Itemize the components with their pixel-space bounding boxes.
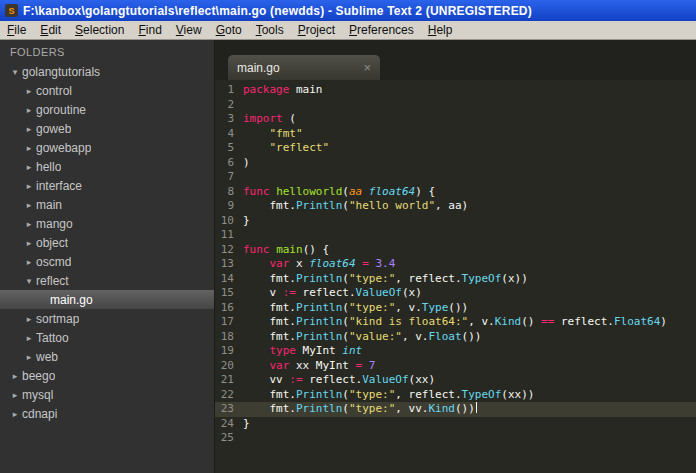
code-line-15[interactable]: 15 v := reflect.ValueOf(x) — [215, 286, 696, 301]
sidebar-item-hello[interactable]: ▸hello — [0, 157, 214, 176]
triangle-collapsed-icon[interactable]: ▸ — [22, 314, 36, 324]
code-line-13[interactable]: 13 var x float64 = 3.4 — [215, 257, 696, 272]
sidebar-item-oscmd[interactable]: ▸oscmd — [0, 252, 214, 271]
triangle-collapsed-icon[interactable]: ▸ — [22, 181, 36, 191]
triangle-collapsed-icon[interactable]: ▸ — [22, 200, 36, 210]
line-number: 25 — [215, 431, 243, 446]
title-bar[interactable]: S F:\kanbox\golangtutorials\reflect\main… — [0, 0, 696, 21]
menu-goto[interactable]: Goto — [209, 21, 249, 39]
triangle-collapsed-icon[interactable]: ▸ — [22, 162, 36, 172]
code-line-18[interactable]: 18 fmt.Println("value:", v.Float()) — [215, 330, 696, 345]
line-number: 12 — [215, 243, 243, 258]
sidebar-item-sortmap[interactable]: ▸sortmap — [0, 309, 214, 328]
triangle-collapsed-icon[interactable]: ▸ — [22, 333, 36, 343]
code-line-23[interactable]: 23 fmt.Println("type:", vv.Kind()) — [215, 402, 696, 417]
triangle-collapsed-icon[interactable]: ▸ — [22, 105, 36, 115]
tab-close-icon[interactable]: × — [363, 61, 371, 74]
triangle-collapsed-icon[interactable]: ▸ — [22, 238, 36, 248]
sidebar-item-main-go[interactable]: main.go — [0, 290, 214, 309]
tree-item-label: sortmap — [36, 312, 79, 326]
line-number: 5 — [215, 141, 243, 156]
menu-preferences[interactable]: Preferences — [342, 21, 421, 39]
tree-item-label: goweb — [36, 122, 71, 136]
triangle-collapsed-icon[interactable]: ▸ — [22, 124, 36, 134]
menu-edit[interactable]: Edit — [33, 21, 68, 39]
sidebar-item-reflect[interactable]: ▾reflect — [0, 271, 214, 290]
line-content: var x float64 = 3.4 — [243, 257, 395, 272]
tree-item-label: goroutine — [36, 103, 86, 117]
tab-bar: main.go× — [215, 40, 696, 80]
triangle-collapsed-icon[interactable]: ▸ — [22, 257, 36, 267]
line-content: v := reflect.ValueOf(x) — [243, 286, 422, 301]
sidebar-item-mango[interactable]: ▸mango — [0, 214, 214, 233]
triangle-collapsed-icon[interactable]: ▸ — [22, 352, 36, 362]
line-content: var xx MyInt = 7 — [243, 359, 375, 374]
line-content: fmt.Println("kind is float64:", v.Kind()… — [243, 315, 667, 330]
code-line-16[interactable]: 16 fmt.Println("type:", v.Type()) — [215, 301, 696, 316]
tab-main-go[interactable]: main.go× — [228, 55, 380, 80]
menu-find[interactable]: Find — [131, 21, 168, 39]
menu-selection[interactable]: Selection — [68, 21, 131, 39]
sidebar-item-control[interactable]: ▸control — [0, 81, 214, 100]
code-line-12[interactable]: 12func main() { — [215, 243, 696, 258]
sidebar-item-mysql[interactable]: ▸mysql — [0, 385, 214, 404]
sidebar-item-goroutine[interactable]: ▸goroutine — [0, 100, 214, 119]
code-line-8[interactable]: 8func helloworld(aa float64) { — [215, 185, 696, 200]
code-line-5[interactable]: 5 "reflect" — [215, 141, 696, 156]
code-line-22[interactable]: 22 fmt.Println("type:", reflect.TypeOf(x… — [215, 388, 696, 403]
code-line-19[interactable]: 19 type MyInt int — [215, 344, 696, 359]
code-line-21[interactable]: 21 vv := reflect.ValueOf(xx) — [215, 373, 696, 388]
line-number: 3 — [215, 112, 243, 127]
triangle-expanded-icon[interactable]: ▾ — [22, 276, 36, 286]
tree-item-label: beego — [22, 369, 55, 383]
line-number: 1 — [215, 83, 243, 98]
line-content: fmt.Println("type:", reflect.TypeOf(x)) — [243, 272, 528, 287]
line-number: 15 — [215, 286, 243, 301]
code-area[interactable]: 1package main23import (4 "fmt"5 "reflect… — [215, 80, 696, 473]
code-line-4[interactable]: 4 "fmt" — [215, 127, 696, 142]
triangle-collapsed-icon[interactable]: ▸ — [22, 219, 36, 229]
sidebar-item-web[interactable]: ▸web — [0, 347, 214, 366]
triangle-collapsed-icon[interactable]: ▸ — [22, 143, 36, 153]
code-line-20[interactable]: 20 var xx MyInt = 7 — [215, 359, 696, 374]
menu-file[interactable]: File — [0, 21, 33, 39]
sidebar-item-object[interactable]: ▸object — [0, 233, 214, 252]
sidebar-item-beego[interactable]: ▸beego — [0, 366, 214, 385]
menu-project[interactable]: Project — [291, 21, 342, 39]
triangle-collapsed-icon[interactable]: ▸ — [22, 86, 36, 96]
sidebar-item-tattoo[interactable]: ▸Tattoo — [0, 328, 214, 347]
line-number: 19 — [215, 344, 243, 359]
code-line-17[interactable]: 17 fmt.Println("kind is float64:", v.Kin… — [215, 315, 696, 330]
sidebar-item-main[interactable]: ▸main — [0, 195, 214, 214]
triangle-collapsed-icon[interactable]: ▸ — [8, 371, 22, 381]
line-content: } — [243, 214, 250, 229]
sidebar-item-golangtutorials[interactable]: ▾golangtutorials — [0, 62, 214, 81]
line-number: 6 — [215, 156, 243, 171]
line-content: func main() { — [243, 243, 329, 258]
sidebar-item-gowebapp[interactable]: ▸gowebapp — [0, 138, 214, 157]
line-content: package main — [243, 83, 322, 98]
code-line-1[interactable]: 1package main — [215, 83, 696, 98]
code-line-9[interactable]: 9 fmt.Println("hello world", aa) — [215, 199, 696, 214]
code-line-24[interactable]: 24} — [215, 417, 696, 432]
menu-view[interactable]: View — [169, 21, 209, 39]
menu-help[interactable]: Help — [421, 21, 460, 39]
sidebar-item-interface[interactable]: ▸interface — [0, 176, 214, 195]
triangle-expanded-icon[interactable]: ▾ — [8, 67, 22, 77]
triangle-collapsed-icon[interactable]: ▸ — [8, 409, 22, 419]
menu-tools[interactable]: Tools — [249, 21, 291, 39]
triangle-collapsed-icon[interactable]: ▸ — [8, 390, 22, 400]
line-content: vv := reflect.ValueOf(xx) — [243, 373, 435, 388]
code-line-11[interactable]: 11 — [215, 228, 696, 243]
code-line-3[interactable]: 3import ( — [215, 112, 696, 127]
sidebar-item-cdnapi[interactable]: ▸cdnapi — [0, 404, 214, 423]
code-line-25[interactable]: 25 — [215, 431, 696, 446]
code-line-10[interactable]: 10} — [215, 214, 696, 229]
code-line-6[interactable]: 6) — [215, 156, 696, 171]
sidebar-item-goweb[interactable]: ▸goweb — [0, 119, 214, 138]
tree-item-label: web — [36, 350, 58, 364]
code-line-2[interactable]: 2 — [215, 98, 696, 113]
code-line-14[interactable]: 14 fmt.Println("type:", reflect.TypeOf(x… — [215, 272, 696, 287]
code-line-7[interactable]: 7 — [215, 170, 696, 185]
tree-item-label: golangtutorials — [22, 65, 100, 79]
